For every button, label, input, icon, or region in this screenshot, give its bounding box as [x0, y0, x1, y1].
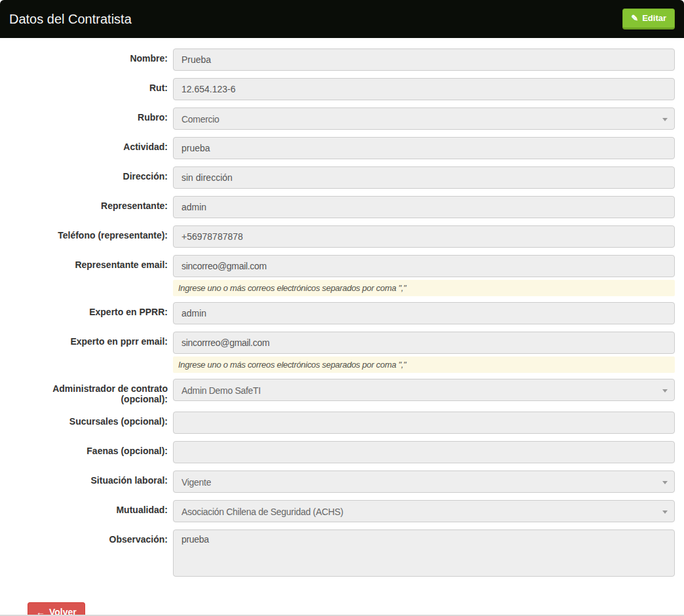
administrador-contrato-select-value: Admin Demo SafeTI [181, 385, 261, 396]
mutualidad-select[interactable]: Asociación Chilena de Seguridad (ACHS) [173, 500, 675, 522]
sucursales-input[interactable] [173, 412, 675, 434]
field-label: Experto en PPRR: [9, 302, 173, 324]
actividad-input[interactable] [173, 137, 675, 159]
field-rut: Rut: [9, 78, 675, 100]
telefono-representante-input[interactable] [173, 225, 675, 248]
nombre-input[interactable] [173, 48, 675, 71]
chevron-down-icon [662, 481, 668, 484]
field-label: Teléfono (representante): [9, 225, 173, 248]
mutualidad-select-value: Asociación Chilena de Seguridad (ACHS) [181, 507, 343, 517]
situacion-laboral-select[interactable]: Vigente [173, 471, 675, 493]
field-label: Nombre: [9, 48, 173, 71]
field-sucursales: Sucursales (opcional): [9, 412, 675, 434]
page-title: Datos del Contratista [0, 0, 684, 38]
field-situacion-laboral: Situación laboral: Vigente [9, 471, 675, 493]
field-label: Dirección: [9, 166, 173, 189]
field-label: Actividad: [9, 137, 173, 159]
direccion-input[interactable] [173, 166, 675, 189]
field-label: Sucursales (opcional): [9, 412, 173, 434]
field-label: Faenas (opcional): [9, 441, 173, 463]
rubro-select[interactable]: Comercio [173, 107, 675, 130]
field-observacion: Observación: prueba [9, 529, 675, 579]
edit-button[interactable]: ✎ Editar [622, 9, 675, 29]
observacion-textarea[interactable]: prueba [173, 529, 675, 577]
representante-email-input[interactable] [173, 255, 675, 277]
administrador-contrato-select[interactable]: Admin Demo SafeTI [173, 379, 675, 401]
experto-pprr-input[interactable] [173, 302, 675, 324]
rut-input[interactable] [173, 78, 675, 100]
field-experto-pprr-email: Experto en pprr email: Ingrese uno o más… [9, 332, 675, 373]
contractor-form: Nombre: Rut: Rubro: Comercio Actividad: … [0, 38, 684, 616]
field-experto-pprr: Experto en PPRR: [9, 302, 675, 324]
field-label: Rubro: [9, 107, 173, 130]
faenas-input[interactable] [173, 441, 675, 463]
field-label: Mutualidad: [9, 500, 173, 522]
email-help-text: Ingrese uno o más correos electrónicos s… [173, 280, 675, 296]
field-mutualidad: Mutualidad: Asociación Chilena de Seguri… [9, 500, 675, 522]
field-faenas: Faenas (opcional): [9, 441, 675, 463]
email-help-text: Ingrese uno o más correos electrónicos s… [173, 356, 675, 373]
field-label: Administrador de contrato (opcional): [9, 379, 173, 404]
field-label: Rut: [9, 78, 173, 100]
field-label: Observación: [9, 529, 173, 579]
field-actividad: Actividad: [9, 137, 675, 159]
field-rubro: Rubro: Comercio [9, 107, 675, 130]
chevron-down-icon [662, 389, 668, 393]
page-header: Datos del Contratista ✎ Editar [0, 0, 684, 38]
situacion-laboral-select-value: Vigente [181, 477, 211, 488]
edit-button-label: Editar [642, 13, 666, 24]
field-label: Experto en pprr email: [9, 332, 173, 373]
field-label: Representante email: [9, 255, 173, 296]
representante-input[interactable] [173, 196, 675, 218]
pencil-icon: ✎ [631, 14, 638, 22]
rubro-select-value: Comercio [181, 114, 219, 125]
field-administrador-contrato: Administrador de contrato (opcional): Ad… [9, 379, 675, 404]
chevron-down-icon [662, 510, 668, 514]
back-button[interactable]: ← Volver [28, 602, 85, 616]
chevron-down-icon [662, 118, 668, 121]
field-direccion: Dirección: [9, 166, 675, 189]
field-nombre: Nombre: [9, 48, 675, 71]
field-label: Representante: [9, 196, 173, 218]
experto-pprr-email-input[interactable] [173, 332, 675, 354]
field-representante-email: Representante email: Ingrese uno o más c… [9, 255, 675, 296]
field-representante: Representante: [9, 196, 675, 218]
field-label: Situación laboral: [9, 471, 173, 493]
field-telefono-representante: Teléfono (representante): [9, 225, 675, 248]
